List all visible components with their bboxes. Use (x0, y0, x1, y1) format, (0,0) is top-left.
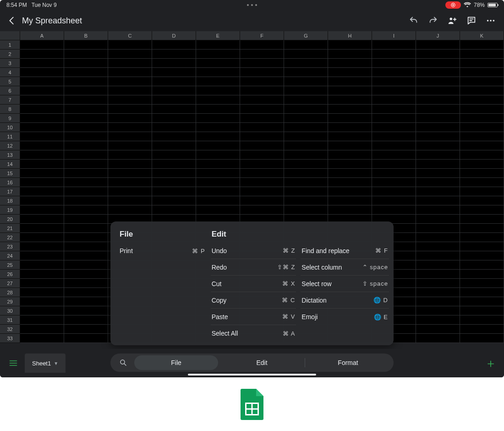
cell[interactable] (460, 334, 504, 343)
shortcut-item-undo[interactable]: Undo⌘ Z (211, 243, 296, 259)
cell[interactable] (240, 178, 284, 187)
cell[interactable] (240, 50, 284, 59)
cell[interactable] (196, 132, 240, 141)
cell[interactable] (64, 260, 108, 270)
cell[interactable] (20, 141, 64, 150)
cell[interactable] (240, 132, 284, 141)
cell[interactable] (196, 196, 240, 205)
cell[interactable] (64, 105, 108, 114)
cell[interactable] (64, 59, 108, 68)
cell[interactable] (284, 105, 328, 114)
cell[interactable] (460, 150, 504, 160)
cell[interactable] (152, 178, 196, 187)
cell[interactable] (64, 297, 108, 306)
cell[interactable] (64, 77, 108, 86)
cell[interactable] (460, 279, 504, 288)
cell[interactable] (152, 59, 196, 68)
cell[interactable] (20, 260, 64, 270)
cell[interactable] (152, 95, 196, 105)
shortcut-item-print[interactable]: Print⌘ P (119, 243, 206, 259)
cell[interactable] (108, 196, 152, 205)
cell[interactable] (460, 59, 504, 68)
screen-recording-pill[interactable] (445, 1, 461, 9)
cell[interactable] (20, 288, 64, 297)
cell[interactable] (416, 169, 460, 178)
cell[interactable] (416, 288, 460, 297)
cell[interactable] (460, 95, 504, 105)
cell[interactable] (20, 77, 64, 86)
share-button[interactable] (444, 12, 461, 29)
cell[interactable] (64, 233, 108, 242)
cell[interactable] (328, 196, 372, 205)
cell[interactable] (460, 306, 504, 315)
cell[interactable] (328, 40, 372, 50)
cell[interactable] (284, 86, 328, 95)
cell[interactable] (416, 334, 460, 343)
comments-button[interactable] (463, 12, 480, 29)
cell[interactable] (240, 160, 284, 169)
cell[interactable] (372, 86, 416, 95)
cell[interactable] (328, 205, 372, 215)
row-header[interactable]: 27 (0, 279, 20, 288)
column-header[interactable]: H (328, 31, 372, 40)
row-header[interactable]: 10 (0, 123, 20, 132)
column-header[interactable]: E (196, 31, 240, 40)
cell[interactable] (64, 279, 108, 288)
cell[interactable] (460, 315, 504, 325)
row-header[interactable]: 20 (0, 215, 20, 224)
cell[interactable] (64, 50, 108, 59)
cell[interactable] (20, 169, 64, 178)
cell[interactable] (64, 114, 108, 123)
cell[interactable] (416, 160, 460, 169)
cell[interactable] (108, 169, 152, 178)
cell[interactable] (64, 306, 108, 315)
cell[interactable] (108, 187, 152, 196)
row-header[interactable]: 6 (0, 86, 20, 95)
row-header[interactable]: 33 (0, 334, 20, 343)
cell[interactable] (240, 196, 284, 205)
cell[interactable] (108, 205, 152, 215)
cell[interactable] (108, 141, 152, 150)
cell[interactable] (64, 242, 108, 251)
cell[interactable] (460, 242, 504, 251)
cell[interactable] (152, 196, 196, 205)
cell[interactable] (460, 169, 504, 178)
cell[interactable] (460, 205, 504, 215)
cell[interactable] (20, 270, 64, 279)
cell[interactable] (416, 306, 460, 315)
row-header[interactable]: 3 (0, 59, 20, 68)
cell[interactable] (64, 160, 108, 169)
cell[interactable] (372, 77, 416, 86)
cell[interactable] (196, 50, 240, 59)
cell[interactable] (240, 95, 284, 105)
cell[interactable] (64, 178, 108, 187)
cell[interactable] (416, 114, 460, 123)
cell[interactable] (328, 141, 372, 150)
column-header[interactable]: J (416, 31, 460, 40)
cell[interactable] (64, 132, 108, 141)
cell[interactable] (20, 178, 64, 187)
cell[interactable] (416, 325, 460, 334)
row-header[interactable]: 25 (0, 260, 20, 270)
cell[interactable] (460, 141, 504, 150)
cell[interactable] (196, 59, 240, 68)
row-header[interactable]: 31 (0, 315, 20, 325)
cell[interactable] (152, 150, 196, 160)
cell[interactable] (372, 40, 416, 50)
cell[interactable] (20, 132, 64, 141)
cell[interactable] (416, 141, 460, 150)
column-header[interactable]: I (372, 31, 416, 40)
cell[interactable] (240, 40, 284, 50)
cell[interactable] (460, 297, 504, 306)
cell[interactable] (240, 86, 284, 95)
cell[interactable] (460, 40, 504, 50)
cell[interactable] (284, 150, 328, 160)
shortcut-item-emoji[interactable]: Emoji🌐 E (301, 309, 389, 325)
cell[interactable] (416, 132, 460, 141)
toolbar-tab-format[interactable]: Format (306, 355, 390, 370)
cell[interactable] (20, 150, 64, 160)
cell[interactable] (460, 233, 504, 242)
cell[interactable] (416, 242, 460, 251)
cell[interactable] (20, 50, 64, 59)
row-header[interactable]: 19 (0, 205, 20, 215)
